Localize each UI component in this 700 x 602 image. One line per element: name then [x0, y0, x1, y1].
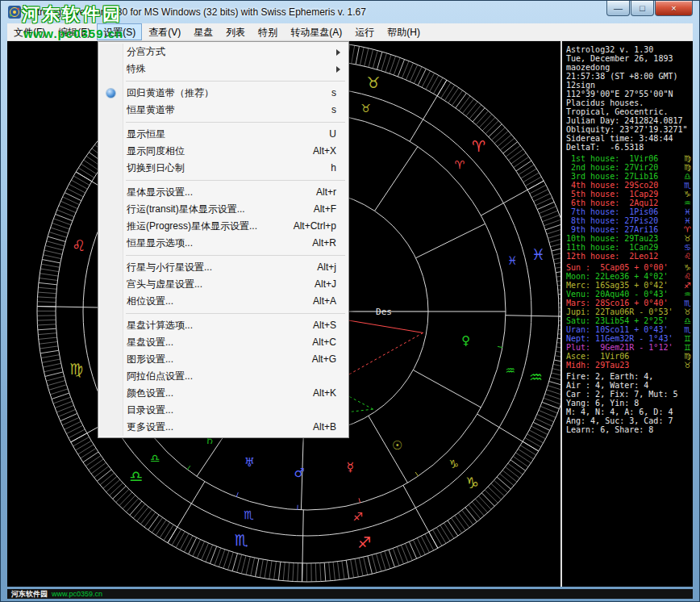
menu-item[interactable]: 星体显示设置...Alt+r: [100, 184, 347, 201]
menu-item[interactable]: 回归黄道带（推荐）s: [100, 85, 347, 102]
menu-item[interactable]: 更多设置...Alt+B: [100, 419, 347, 436]
menu-item[interactable]: 恒星黄道带s: [100, 102, 347, 119]
maximize-button[interactable]: □: [631, 1, 654, 16]
sign-glyph: ♓: [681, 216, 691, 225]
menu-item[interactable]: 图形设置...Alt+G: [100, 351, 347, 368]
zodiac-sign-glyph: ♎: [150, 452, 160, 465]
app-window: Astrolog32 version 1.30 for MS Windows (…: [0, 0, 700, 602]
planet-row-text: Moon: 22Leo36 + 4°02': [566, 272, 681, 281]
sign-glyph: ♏: [681, 181, 691, 190]
sign-glyph: ♓: [681, 207, 691, 216]
planet-row-text: Jupi: 22Tau06R - 0°53': [566, 307, 681, 316]
house-row-text: 8th house: 27Pis20: [566, 216, 681, 225]
sign-glyph: ♌: [681, 252, 691, 261]
maximize-icon: □: [640, 4, 645, 13]
menubar-item-1[interactable]: 文件(F): [7, 23, 52, 40]
house-row: 3rd house: 27Lib16♎: [566, 172, 691, 181]
info-header-line: maozedong: [566, 63, 691, 72]
planet-row: Sun : 5Cap05 + 0°00'♑: [566, 263, 691, 272]
menubar-item-2[interactable]: 编辑(E): [52, 23, 97, 40]
menu-item-label: 回归黄道带（推荐）: [127, 87, 214, 98]
menu-item-label: 图形设置...: [127, 353, 173, 365]
menu-item-label: 星盘计算选项...: [127, 320, 193, 331]
menu-item[interactable]: 切换到日心制h: [100, 160, 347, 177]
menu-item-label: 显示同度相位: [127, 145, 185, 157]
info-header-line: Obliquity: 23°27'19.3271": [566, 125, 691, 134]
minimize-icon: —: [614, 4, 623, 13]
house-row-text: 5th house: 1Cap29: [566, 190, 681, 199]
planet-glyph-uranus: ♅: [244, 455, 255, 470]
settings-menu: 分宫方式特殊回归黄道带（推荐）s恒星黄道带s显示恒星U显示同度相位Alt+X切换…: [98, 41, 349, 438]
submenu-arrow-icon: [336, 49, 340, 56]
house-row-text: 9th house: 27Ari16: [566, 225, 681, 234]
menu-item-shortcut: Alt+J: [315, 276, 336, 293]
menu-item[interactable]: 目录设置...: [100, 402, 347, 419]
descendant-label: Des: [376, 307, 392, 317]
menubar-item-7[interactable]: 特别: [252, 23, 284, 40]
sign-glyph: ♉: [681, 361, 691, 370]
house-row-text: 2nd house: 27Vir20: [566, 163, 681, 172]
stat-line: Air : 4, Water: 4: [566, 381, 691, 390]
menu-item[interactable]: 行星与小行星设置...Alt+j: [100, 259, 347, 276]
menu-item[interactable]: 显示恒星U: [100, 126, 347, 143]
menubar: 文件(F)编辑(E)设置(S)查看(V)星盘列表特别转动星盘(A)运行帮助(H): [7, 23, 693, 41]
menu-item[interactable]: 星盘设置...Alt+C: [100, 334, 347, 351]
menu-item[interactable]: 阿拉伯点设置...: [100, 368, 347, 385]
info-header-line: Astrolog32 v. 1.30: [566, 45, 691, 54]
menu-item[interactable]: 恒星显示选项...Alt+R: [100, 235, 347, 252]
menu-item-shortcut: Alt+F: [314, 201, 336, 218]
menu-item-label: 星盘设置...: [127, 337, 173, 348]
close-icon: ×: [671, 4, 676, 13]
sign-glyph: ♍: [681, 163, 691, 172]
info-panel: Astrolog32 v. 1.30Tue, December 26, 1893…: [560, 41, 693, 587]
menu-item-shortcut: Alt+G: [312, 351, 336, 368]
minimize-button[interactable]: —: [606, 1, 630, 16]
menu-item[interactable]: 显示同度相位Alt+X: [100, 143, 347, 160]
zodiac-sign-glyph: ♐: [353, 510, 364, 523]
menu-item[interactable]: 相位设置...Alt+A: [100, 293, 347, 310]
planet-row: Plut: 9Gem21R - 1°12'♊: [566, 343, 691, 352]
menu-item[interactable]: 星盘计算选项...Alt+S: [100, 317, 347, 334]
menu-item-label: 行星与小行星设置...: [127, 261, 212, 273]
menubar-item-5[interactable]: 星盘: [187, 23, 219, 40]
menu-item[interactable]: 分宫方式: [100, 44, 347, 61]
menu-item-shortcut: Alt+S: [313, 317, 336, 334]
zodiac-sign-glyph: ♉: [366, 73, 380, 91]
house-row: 6th house: 2Aqu12♒: [566, 199, 691, 207]
sign-glyph: ♎: [681, 316, 691, 325]
close-button[interactable]: ×: [655, 1, 693, 16]
info-header-line: DeltaT: -6.5318: [566, 143, 691, 152]
sign-glyph: ♒: [681, 290, 691, 299]
menu-item[interactable]: 推运(Progress)星体显示设置...Alt+Ctrl+p: [100, 218, 347, 235]
house-row: 4th house: 29Sco20♏: [566, 181, 691, 190]
planet-row-text: Asce: 1Vir06: [566, 352, 681, 361]
menu-item-shortcut: Alt+j: [317, 259, 336, 276]
menu-item-label: 宫头与虚星设置...: [127, 278, 202, 290]
menu-item[interactable]: 宫头与虚星设置...Alt+J: [100, 276, 347, 293]
menu-item-label: 特殊: [127, 63, 146, 74]
sign-glyph: ♉: [681, 307, 691, 316]
menubar-item-8[interactable]: 转动星盘(A): [284, 23, 348, 40]
menubar-item-3[interactable]: 设置(S): [97, 23, 142, 40]
house-row: 5th house: 1Cap29♑: [566, 190, 691, 199]
menu-item-shortcut: Alt+X: [313, 143, 336, 160]
planet-row: Asce: 1Vir06♍: [566, 352, 691, 361]
info-header-line: Julian Day: 2412824.0817: [566, 116, 691, 125]
titlebar[interactable]: Astrolog32 version 1.30 for MS Windows (…: [1, 1, 699, 23]
zodiac-sign-glyph: ♓: [507, 254, 518, 267]
menubar-item-4[interactable]: 查看(V): [142, 23, 187, 40]
house-row: 11th house: 1Can29♋: [566, 243, 691, 252]
zodiac-sign-glyph: ♏: [235, 531, 248, 549]
menubar-item-10[interactable]: 帮助(H): [381, 23, 427, 40]
info-header-line: 12sign: [566, 81, 691, 90]
sign-glyph: ♎: [681, 172, 691, 181]
menubar-item-6[interactable]: 列表: [219, 23, 252, 40]
menu-item-label: 星体显示设置...: [127, 186, 193, 198]
planet-row-text: Sun : 5Cap05 + 0°00': [566, 263, 681, 272]
menu-item[interactable]: 特殊: [100, 61, 347, 77]
sign-glyph: ♏: [681, 299, 691, 307]
menubar-item-9[interactable]: 运行: [348, 23, 381, 40]
menu-item[interactable]: 颜色设置...Alt+K: [100, 385, 347, 402]
window-title: Astrolog32 version 1.30 for MS Windows (…: [26, 6, 366, 18]
menu-item[interactable]: 行运(transit)星体显示设置...Alt+F: [100, 201, 347, 218]
